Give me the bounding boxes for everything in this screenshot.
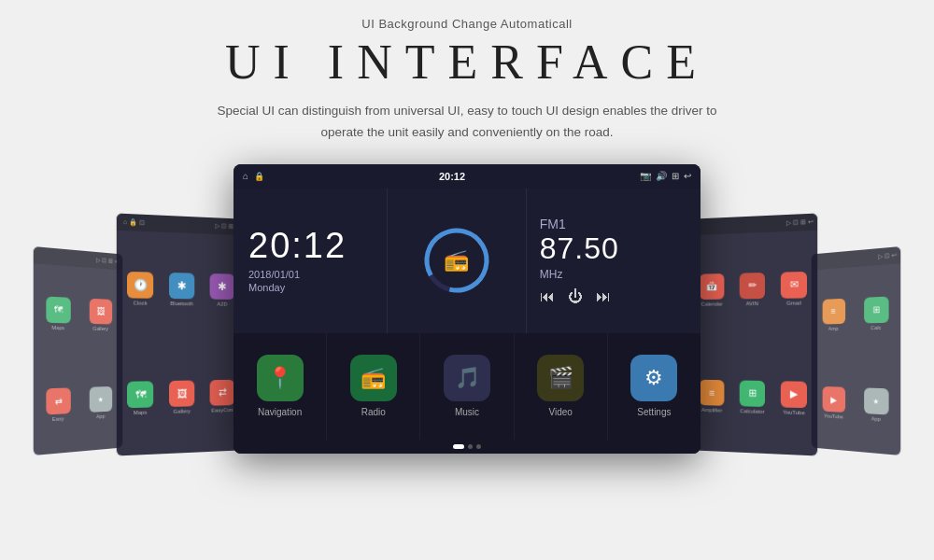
music-label: Music	[455, 407, 479, 417]
home-icon: ⌂	[243, 171, 248, 181]
side-app-youtube: ▶ YouTube	[774, 344, 814, 452]
app-navigation[interactable]: 📍 Navigation	[234, 333, 327, 440]
clock-day: Monday	[248, 282, 285, 293]
navigation-icon-bg: 📍	[257, 355, 304, 401]
screens-container: ▷ ⊡ ⊞ ↩ 🗺 Maps 🖼 Gallery ⇄ Easy ★ App	[0, 164, 934, 454]
fm-label: FM1	[540, 217, 566, 231]
side-app-gmail: ✉ Gmail	[774, 234, 814, 342]
status-bar-left: ⌂ 🔒	[243, 171, 264, 181]
fm-prev-button[interactable]: ⏮	[540, 288, 555, 305]
description: Special UI can distinguish from universa…	[217, 101, 716, 144]
clock-widget: 20:12 2018/01/01 Monday	[234, 189, 388, 333]
screen-dots	[234, 440, 700, 454]
back-icon: ↩	[684, 171, 691, 181]
navigation-label: Navigation	[258, 407, 302, 417]
side-app-calculator: ⊞ Calculator	[733, 344, 771, 450]
side-right-near-icons: ▷ ⊡ ⊞ ↩	[786, 218, 814, 227]
side-app: ★ App	[81, 360, 120, 448]
side-app-avin: ✏ AVIN	[733, 236, 771, 342]
bluetooth-label: Bluetooth	[170, 300, 193, 305]
side-app-r2: ⊞ Calc	[856, 268, 897, 358]
screen-left-far: ▷ ⊡ ⊞ ↩ 🗺 Maps 🖼 Gallery ⇄ Easy ★ App	[34, 246, 123, 455]
video-icon-bg: 🎬	[537, 355, 584, 401]
radio-icon: 📻	[444, 248, 469, 273]
radio-arc: 📻	[419, 223, 494, 298]
dot-1	[453, 444, 464, 449]
video-label: Video	[549, 407, 573, 417]
fm-mhz: MHz	[540, 268, 563, 281]
dot-2	[468, 444, 473, 449]
clock-time: 20:12	[248, 228, 347, 263]
a2d-label: A2D	[217, 301, 227, 306]
radio-label: Radio	[361, 407, 386, 417]
side-app-r1: ≡ Amp	[814, 271, 853, 357]
screen-toggle-icon: ⊞	[672, 171, 679, 181]
side-app: ⇄ Easy	[37, 360, 78, 451]
radio-icon-bg: 📻	[350, 355, 397, 401]
camera-icon: 📷	[640, 171, 651, 181]
dot-3	[476, 444, 481, 449]
settings-icon-bg: ⚙	[630, 355, 677, 401]
fm-frequency: 87.50	[540, 231, 619, 266]
app-radio[interactable]: 📻 Radio	[327, 333, 420, 440]
music-icon-bg: 🎵	[444, 355, 490, 401]
fm-next-button[interactable]: ⏭	[596, 288, 611, 305]
clock-date: 2018/01/01	[248, 269, 300, 280]
screen-left-near: ⌂ 🔒 ⊡ ▷ ⊡ ⊞ ↩ 🕐 Clock ✱ Bluetooth ✱ A2D	[117, 213, 245, 455]
fm-power-button[interactable]: ⏻	[568, 288, 583, 305]
side-app: 🖼 Gallery	[81, 271, 120, 357]
side-app-maps: 🗺 Maps	[120, 344, 160, 452]
app-music[interactable]: 🎵 Music	[420, 333, 514, 440]
screen-top: 20:12 2018/01/01 Monday 📻 FM1	[234, 189, 700, 333]
side-app-clock: 🕐 Clock	[120, 234, 160, 342]
status-bar-right: 📷 🔊 ⊞ ↩	[640, 171, 691, 181]
side-right-far-icons: ▷ ⊡ ↩	[878, 251, 897, 260]
screen-bottom: 📍 Navigation 📻 Radio 🎵 Music 🎬 Video ⚙ S…	[234, 333, 700, 440]
page-title: UI INTERFACE	[225, 35, 709, 90]
clock-label: Clock	[134, 300, 148, 305]
fm-controls: ⏮ ⏻ ⏭	[540, 288, 611, 305]
status-bar: ⌂ 🔒 20:12 📷 🔊 ⊞ ↩	[234, 164, 700, 189]
app-settings[interactable]: ⚙ Settings	[608, 333, 700, 440]
side-app-bluetooth: ✱ Bluetooth	[163, 236, 201, 342]
app-video[interactable]: 🎬 Video	[515, 333, 608, 440]
side-app: 🗺 Maps	[37, 268, 78, 358]
volume-icon: 🔊	[656, 171, 667, 181]
radio-arc-widget: 📻	[388, 189, 527, 333]
lock-icon: 🔒	[254, 172, 264, 181]
status-time: 20:12	[439, 171, 465, 182]
side-app-r3: ▶ YouTube	[814, 360, 853, 448]
screen-right-far: ▷ ⊡ ↩ ≡ Amp ⊞ Calc ▶ YouTube ★ App	[812, 246, 901, 455]
side-app-r4: ★ App	[856, 360, 897, 451]
side-app-gallery: 🖼 Gallery	[163, 344, 201, 450]
main-screen: ⌂ 🔒 20:12 📷 🔊 ⊞ ↩ 20:12 2018/01/01 Monda…	[234, 164, 700, 454]
screen-right-near: ⌂ ▷ ⊡ ⊞ ↩ 📅 Calendar ✏ AVIN ✉ Gmail ≡	[690, 213, 818, 455]
fm-widget: FM1 87.50 MHz ⏮ ⏻ ⏭	[527, 189, 700, 333]
top-label: UI Background Change Automaticall	[361, 17, 572, 31]
settings-label: Settings	[637, 407, 671, 417]
